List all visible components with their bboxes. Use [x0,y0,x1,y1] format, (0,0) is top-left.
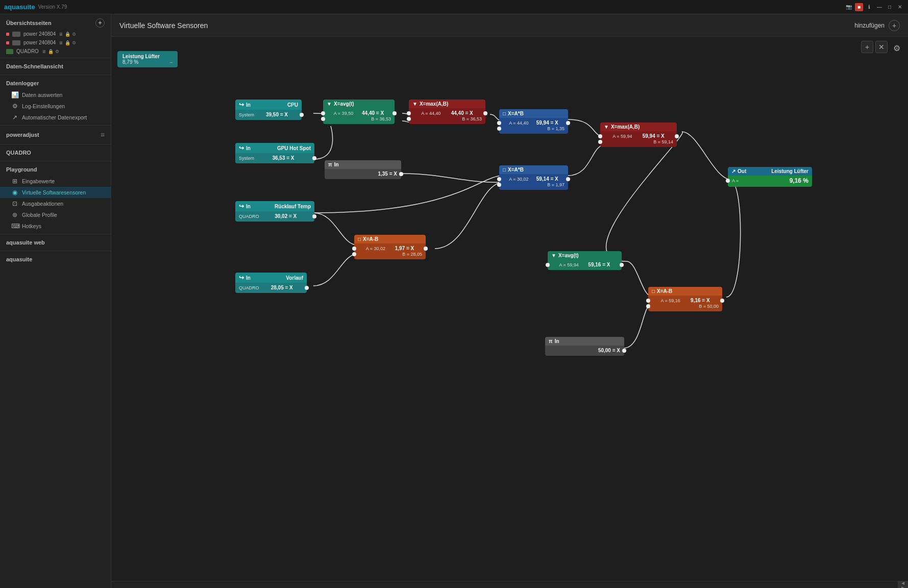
node-func-avg2: ▼ X=avg(t) A = 59,94 59,16 = X [548,251,622,270]
auto-datenexport-label: Automatischer Datenexport [22,114,87,120]
poweradjust-icon[interactable]: ≡ [101,131,105,139]
sub1-label: X=A-B [363,236,378,242]
mult1-out-port [566,121,570,125]
canvas-gear-btn[interactable]: ⚙ [890,41,904,55]
in-rucklauf-out-port [312,214,316,218]
window-close-btn[interactable]: ✕ [896,3,904,11]
virtuelle-softwaresensoren-item[interactable]: ◉ Virtuelle Softwaresensoren [0,187,111,198]
globale-profile-item[interactable]: ⊛ Globale Profile [0,209,111,220]
device-2-gear-icon[interactable]: ⚙ [72,40,76,45]
hinzufugen-btn[interactable]: + [889,20,900,31]
leistung-dash-btn[interactable]: – [169,59,173,65]
info-btn[interactable]: ℹ [865,3,873,11]
func-max2-label: X=max(A,B) [611,124,640,130]
in-vorlauf-value: 28,05 = X [271,285,293,290]
func-max1-out: 44,40 = X [451,110,473,116]
node-in-vorlauf-body: QUADRO 28,05 = X [235,283,307,293]
daten-auswerten-item[interactable]: 📊 Daten auswerten [0,89,111,101]
in-gpu-system-label: System [239,156,254,161]
func-max1-row1: A = 44,40 44,40 = X [412,110,482,116]
in-cpu-label: In [246,102,251,108]
device-3-lock-icon[interactable]: 🔒 [48,49,54,54]
maximize-btn[interactable]: □ [886,3,894,11]
canvas-add-btn[interactable]: + [861,41,873,53]
sub1-b-label: B = 28,05 [402,252,422,257]
pi-row: 1,35 = X [328,171,398,177]
node-in-rucklauf-row: QUADRO 30,02 = X [239,213,311,219]
auto-datenexport-item[interactable]: ↗ Automatischer Datenexport [0,112,111,123]
out-row: A = 9,16 % [731,177,808,184]
in-cpu-value: 39,50 = X [266,112,288,117]
in-gpu-label: In [246,145,251,151]
mult2-row2: B = 1,97 [503,182,565,187]
node-mult2: □ X=A*B A = 30,02 59,14 = X B = 1,97 [499,165,568,190]
horizontal-scrollbar[interactable] [111,581,898,588]
func-max2-icon: ▼ [604,124,609,130]
main-content: Virtuelle Software Sensoren hinzufügen +… [111,14,908,588]
datenlogger-item[interactable]: Datenlogger [0,77,111,89]
leistung-row: 8,79 % – [122,59,173,65]
device-2-monitor-icon[interactable]: 🖥 [59,40,63,45]
node-in-cpu-header: ↪ In CPU [235,100,302,110]
node-out-leistung: ↗ Out Leistung Lüfter A = 9,16 % [728,167,812,187]
camera-btn[interactable]: 📷 [845,3,853,11]
minimize-btn[interactable]: — [875,3,884,11]
main-title: Virtuelle Software Sensoren [119,21,208,30]
out-right: Leistung Lüfter [771,168,808,174]
scroll-left-btn[interactable]: ◀ [898,581,908,585]
sensor-icon: ◉ [11,189,18,196]
export-icon: ↗ [11,114,18,121]
node-func-avg2-header: ▼ X=avg(t) [548,251,622,260]
in-rucklauf-value: 30,02 = X [275,213,297,219]
node-sub1-header: □ X=A-B [354,235,426,243]
scroll-right-btn[interactable]: ▶ [898,585,908,588]
device-name-1: power 240804 [23,31,56,37]
quadro-item[interactable]: QUADRO [0,146,111,159]
close-red-btn[interactable]: ■ [855,3,863,11]
in-cpu-icon: ↪ [239,101,244,108]
in-vorlauf-out-port [305,286,309,290]
device-3-gear-icon[interactable]: ⚙ [55,49,59,54]
node-out-body: A = 9,16 % [728,176,812,187]
node-sub2-body: A = 59,16 9,16 = X B = 50,00 [648,296,722,311]
canvas-close-btn[interactable]: ✕ [875,41,888,53]
aquasuite-web-item[interactable]: aquasuite web [0,236,111,249]
device-1-monitor-icon[interactable]: 🖥 [59,32,63,37]
device-3-actions: 🖥 🔒 ⚙ [42,49,59,54]
ausgabeaktionen-label: Ausgabeaktionen [22,201,63,207]
node-func-max1-header: ▼ X=max(A,B) [409,100,485,108]
node-in-rucklauf-header: ↪ In Rücklauf Temp [235,201,314,211]
mult1-a-label: A = 44,40 [509,120,528,126]
scrollbar-track[interactable] [111,581,898,588]
daten-schnellansicht-item[interactable]: Daten-Schnellansicht [0,60,111,72]
mult2-row1: A = 30,02 59,14 = X [503,176,565,182]
playground-label: Playground [0,163,111,176]
func-max1-row2: B = 36,53 [412,116,482,121]
device-1-gear-icon[interactable]: ⚙ [72,32,76,37]
output-icon: ⊡ [11,200,18,207]
mult2-icon: □ [503,167,506,173]
log-einstellungen-item[interactable]: ⚙ Log-Einstellungen [0,101,111,112]
hotkeys-item[interactable]: ⌨ Hotkeys [0,220,111,232]
pi2-row: 50,00 = X [549,348,621,353]
ausgabeaktionen-item[interactable]: ⊡ Ausgabeaktionen [0,198,111,209]
node-sub2-header: □ X=A-B [648,287,722,296]
aquasuite-item[interactable]: aquasuite [0,253,111,265]
func-avg-a-label: A = 39,50 [334,111,353,116]
globale-profile-label: Globale Profile [22,212,57,218]
node-in-gpu: ↪ In GPU Hot Spot System 36,53 = X [235,143,314,163]
device-2-lock-icon[interactable]: 🔒 [65,40,70,45]
eingabewerte-item[interactable]: ⊞ Eingabewerte [0,176,111,187]
mult2-b-port [497,183,501,187]
device-3-monitor-icon[interactable]: 🖥 [42,49,46,54]
mult1-out: 59,94 = X [536,120,558,126]
poweradjust-label: poweradjust [6,132,39,138]
sub2-out-port [720,299,724,303]
device-1-lock-icon[interactable]: 🔒 [65,32,70,37]
titlebar: aquasuite Version X.79 📷 ■ ℹ — □ ✕ [0,0,908,14]
scroll-arrows: ◀ ▶ [898,581,908,588]
node-func-max2-header: ▼ X=max(A,B) [600,122,677,131]
ubersichtsseiten-add-btn[interactable]: + [95,18,105,28]
func-avg-out: 44,40 = X [362,110,384,116]
mult1-b-label: B = 1,35 [547,126,565,131]
